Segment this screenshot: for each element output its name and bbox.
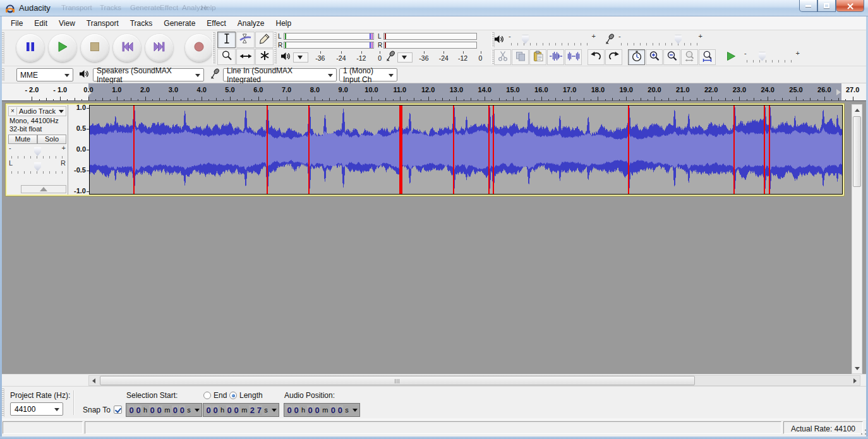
multi-tool-button[interactable]: [255, 49, 274, 65]
skip-to-start-button[interactable]: [113, 34, 141, 62]
time-digit[interactable]: 0: [135, 406, 142, 415]
time-digit[interactable]: 0: [179, 406, 185, 415]
playback-meter-left-bar[interactable]: [284, 33, 374, 40]
cut-button[interactable]: [494, 49, 511, 65]
menu-analyze[interactable]: Analyze: [232, 17, 270, 30]
gain-thumb[interactable]: [34, 147, 41, 156]
close-button[interactable]: [836, 0, 864, 12]
time-digit[interactable]: 0: [337, 406, 343, 415]
play-button[interactable]: [49, 34, 76, 62]
audio-position-field[interactable]: 00h00m00s: [284, 403, 360, 417]
draw-tool-button[interactable]: [255, 32, 274, 48]
fit-project-button[interactable]: [699, 49, 716, 65]
time-shift-tool-button[interactable]: [236, 49, 255, 65]
play-at-speed-button[interactable]: [721, 49, 740, 65]
maximize-button[interactable]: [817, 0, 836, 12]
time-digit[interactable]: 0: [330, 406, 336, 415]
input-channels-select[interactable]: 1 (Mono) Input Ch: [339, 68, 397, 81]
time-digit[interactable]: 0: [128, 406, 135, 415]
vertical-scrollbar[interactable]: [852, 104, 862, 374]
time-digit[interactable]: 0: [172, 406, 178, 415]
time-digit[interactable]: 0: [212, 406, 219, 415]
scroll-up-button[interactable]: [852, 105, 862, 115]
track-collapse-button[interactable]: [21, 185, 66, 193]
playback-meter-dropdown[interactable]: [293, 52, 308, 63]
trim-outside-selection-button[interactable]: [547, 49, 564, 65]
time-digit[interactable]: 7: [256, 406, 262, 415]
waveform-view[interactable]: [89, 105, 843, 195]
vertical-ruler[interactable]: 1.00.50.0-0.5-1.0: [68, 105, 89, 195]
end-radio[interactable]: [203, 392, 211, 399]
time-digit[interactable]: 0: [233, 406, 239, 415]
snap-to-checkbox[interactable]: [114, 406, 122, 414]
menu-view[interactable]: View: [53, 17, 81, 30]
track-close-button[interactable]: [9, 107, 17, 115]
input-device-select[interactable]: Line In (SoundMAX Integrated: [223, 68, 337, 81]
zoom-in-button[interactable]: [646, 49, 663, 65]
copy-button[interactable]: [512, 49, 529, 65]
menu-edit[interactable]: Edit: [28, 17, 53, 30]
gain-slider[interactable]: - +: [11, 146, 63, 159]
fit-selection-button[interactable]: [681, 49, 698, 65]
menu-transport[interactable]: Transport: [81, 17, 124, 30]
horizontal-scrollbar[interactable]: [88, 375, 860, 386]
audio-host-select[interactable]: MME: [16, 68, 73, 81]
selection-length-field[interactable]: 00h00m27s: [203, 403, 279, 417]
solo-button[interactable]: Solo: [37, 135, 66, 144]
undo-button[interactable]: [588, 49, 605, 65]
time-digit[interactable]: 0: [205, 406, 212, 415]
selection-tool-button[interactable]: [217, 32, 236, 48]
time-digit[interactable]: 0: [286, 406, 292, 415]
mute-button[interactable]: Mute: [8, 135, 37, 144]
menu-effect[interactable]: Effect: [201, 17, 231, 30]
tools-toolbar-grip[interactable]: [212, 32, 215, 64]
redo-button[interactable]: [605, 49, 622, 65]
titlebar[interactable]: Audacity TransportTracksGenerateEffectAn…: [0, 0, 868, 16]
pan-slider[interactable]: L R: [11, 161, 63, 174]
horizontal-scrollbar-thumb[interactable]: [100, 376, 695, 385]
time-digit[interactable]: 0: [293, 406, 299, 415]
time-digit[interactable]: 0: [314, 406, 320, 415]
recording-meter-dropdown[interactable]: [397, 52, 413, 63]
record-button[interactable]: [185, 34, 213, 62]
pause-button[interactable]: [16, 34, 44, 62]
time-digit[interactable]: 0: [307, 406, 313, 415]
output-device-select[interactable]: Speakers (SoundMAX Integrat: [93, 68, 204, 81]
length-radio[interactable]: [229, 392, 237, 399]
zoom-out-button[interactable]: [663, 49, 680, 65]
scroll-down-button[interactable]: [852, 363, 862, 373]
input-volume-slider[interactable]: - +: [621, 34, 700, 47]
minimize-button[interactable]: [799, 0, 817, 12]
timeline-ruler[interactable]: - 2.0- 1.00.01.02.03.04.05.06.07.08.09.0…: [0, 83, 868, 101]
silence-selection-button[interactable]: [565, 49, 582, 65]
stop-button[interactable]: [81, 34, 109, 62]
menu-file[interactable]: File: [5, 17, 28, 30]
playback-meter-right-bar[interactable]: [284, 42, 374, 49]
selection-start-field[interactable]: 00h00m00s: [126, 403, 202, 417]
scroll-left-button[interactable]: [89, 376, 99, 385]
scroll-right-button[interactable]: [850, 376, 860, 385]
menu-help[interactable]: Help: [270, 17, 298, 30]
recording-meter-right-bar[interactable]: [383, 42, 477, 49]
track-title-menu[interactable]: Audio Track: [17, 107, 59, 115]
playback-speed-slider[interactable]: -+: [747, 51, 797, 64]
skip-to-end-button[interactable]: [145, 34, 173, 62]
pan-thumb[interactable]: [34, 162, 41, 171]
length-radio-label[interactable]: Length: [239, 391, 263, 400]
output-volume-slider[interactable]: - +: [511, 34, 593, 47]
time-digit[interactable]: 0: [149, 406, 155, 415]
time-digit[interactable]: 0: [156, 406, 162, 415]
time-digit[interactable]: 0: [226, 406, 232, 415]
zoom-tool-button[interactable]: [217, 49, 236, 65]
recording-meter-left-bar[interactable]: [383, 33, 477, 40]
project-rate-select[interactable]: 44100: [10, 402, 63, 416]
vertical-scrollbar-thumb[interactable]: [853, 116, 861, 187]
audio-track[interactable]: Audio Track Mono, 44100Hz 32-bit float M…: [5, 103, 845, 196]
menu-tracks[interactable]: Tracks: [124, 17, 159, 30]
menu-generate[interactable]: Generate: [158, 17, 201, 30]
meter-toolbar-grip[interactable]: [274, 32, 277, 64]
end-radio-label[interactable]: End: [214, 391, 227, 400]
waveform-canvas[interactable]: [90, 105, 843, 194]
timer-button[interactable]: [628, 49, 645, 65]
envelope-tool-button[interactable]: [236, 32, 255, 48]
